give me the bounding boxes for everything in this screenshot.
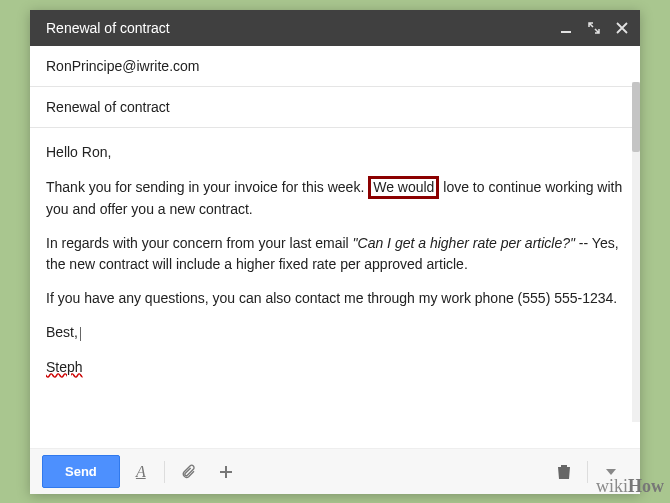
expand-icon[interactable] [588,22,600,34]
scrollbar[interactable] [632,82,640,422]
to-field[interactable]: RonPrincipe@iwrite.com [30,46,640,87]
window-controls [560,22,628,34]
greeting: Hello Ron, [46,142,624,162]
paragraph-1: Thank you for sending in your invoice fo… [46,176,624,219]
svg-rect-0 [561,31,571,33]
paragraph-3: If you have any questions, you can also … [46,288,624,308]
minimize-icon[interactable] [560,22,572,34]
compose-window: Renewal of contract RonPrincipe@iwrite.c… [30,10,640,494]
titlebar[interactable]: Renewal of contract [30,10,640,46]
subject-field[interactable]: Renewal of contract [30,87,640,128]
p2-quote: "Can I get a higher rate per article?" [353,235,575,251]
insert-icon[interactable] [209,456,243,488]
send-button[interactable]: Send [42,455,120,488]
separator [587,461,588,483]
text-cursor [80,327,81,341]
signoff-line: Best, [46,322,624,342]
paragraph-2: In regards with your concern from your l… [46,233,624,274]
signature: Steph [46,359,83,375]
watermark-suffix: How [628,476,664,496]
window-title: Renewal of contract [46,20,560,36]
subject-value: Renewal of contract [46,99,170,115]
p1-text-a: Thank you for sending in your invoice fo… [46,179,368,195]
separator [164,461,165,483]
close-icon[interactable] [616,22,628,34]
attach-icon[interactable] [171,456,205,488]
signoff: Best, [46,324,78,340]
format-icon[interactable]: A [124,456,158,488]
watermark-prefix: wiki [596,476,628,496]
message-body[interactable]: Hello Ron, Thank you for sending in your… [30,128,640,448]
to-value: RonPrincipe@iwrite.com [46,58,199,74]
p2-text-a: In regards with your concern from your l… [46,235,353,251]
highlight-we-would: We would [368,176,439,199]
scrollbar-thumb[interactable] [632,82,640,152]
compose-toolbar: Send A [30,448,640,494]
watermark: wikiHow [596,476,664,497]
trash-icon[interactable] [547,456,581,488]
